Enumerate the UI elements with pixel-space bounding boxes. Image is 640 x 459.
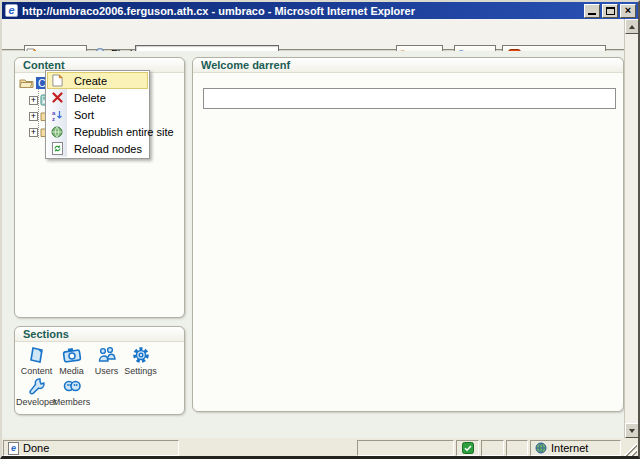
open-folder-icon [19,77,34,89]
tree-expander-icon[interactable]: + [29,96,38,105]
context-menu-item-label: Delete [67,92,106,104]
refresh-page-icon [47,142,67,155]
section-item-media[interactable]: Media [54,345,89,376]
close-icon: × [625,5,631,15]
section-item-settings[interactable]: Settings [123,345,158,376]
status-empty-segment [481,440,504,456]
ie-page-icon: e [8,442,19,455]
context-menu-item-sort[interactable]: a z Sort [47,106,148,123]
context-menu-item-label: Republish entire site [67,126,174,138]
main-panel: Welcome darrenf [192,57,624,412]
arrow-down-icon [629,429,635,433]
context-menu-item-label: Reload nodes [67,143,142,155]
context-menu-item-label: Sort [67,109,94,121]
arrow-up-icon [629,25,635,29]
tree-expander-icon[interactable]: + [29,112,38,121]
status-green-segment [456,440,479,456]
section-item-users[interactable]: Users [89,345,124,376]
close-button[interactable]: × [620,4,636,18]
status-empty-segment [357,440,454,456]
status-done-text: Done [23,442,49,454]
main-panel-header: Welcome darrenf [193,58,623,73]
context-menu-item-republish[interactable]: Republish entire site [47,123,148,140]
section-item-label: Developer [16,397,57,407]
maximize-button[interactable] [602,4,618,18]
section-item-developer[interactable]: Developer [19,376,54,407]
context-menu: Create Delete a z Sort Republish entire … [45,70,150,159]
green-check-icon [462,442,474,454]
title-bar: e http://umbraco2006.ferguson.ath.cx - u… [2,2,638,19]
tree-expander-icon[interactable]: + [29,128,38,137]
content-section-icon [27,345,47,365]
context-menu-item-label: Create [67,75,107,87]
developer-wrench-icon [27,376,47,396]
sections-panel-header: Sections [15,327,184,342]
scroll-up-button[interactable] [625,19,639,34]
status-spacer [181,440,355,456]
context-menu-item-delete[interactable]: Delete [47,89,148,106]
toolbar: Create... Find: About ? Help Logout: dar… [2,19,638,50]
globe-icon [47,126,67,138]
ie-logo-icon: e [5,4,18,17]
welcome-input[interactable] [203,88,616,109]
sections-panel: Sections Content Media Users [14,326,185,415]
settings-gear-icon [131,345,151,365]
section-item-label: Media [59,366,84,376]
sort-az-icon: a z [47,109,67,121]
maximize-icon [606,7,615,15]
status-done-segment: e Done [3,440,179,456]
status-zone-segment: Internet [530,440,621,456]
status-bar: e Done Internet [2,438,638,457]
section-item-label: Members [53,397,91,407]
media-camera-icon [62,345,82,365]
status-empty-segment [506,440,528,456]
minimize-button[interactable] [584,4,600,18]
context-menu-item-reload[interactable]: Reload nodes [47,140,148,157]
sections-grid: Content Media Users [17,343,182,412]
minimize-icon [588,13,596,15]
context-menu-item-create[interactable]: Create [47,72,148,89]
vertical-scrollbar[interactable] [624,19,638,438]
page-new-icon [47,74,67,87]
internet-globe-icon [535,442,547,454]
scroll-down-button[interactable] [625,423,639,438]
section-item-content[interactable]: Content [19,345,54,376]
section-item-members[interactable]: Members [54,376,89,407]
users-icon [97,345,117,365]
status-zone-text: Internet [551,442,588,454]
section-item-label: Users [95,366,119,376]
section-item-label: Settings [124,366,157,376]
resize-grip[interactable] [623,440,637,456]
window-title: http://umbraco2006.ferguson.ath.cx - umb… [22,5,582,17]
svg-text:z: z [52,115,55,121]
delete-x-icon [47,92,67,103]
section-item-label: Content [21,366,53,376]
members-icon [62,376,82,396]
